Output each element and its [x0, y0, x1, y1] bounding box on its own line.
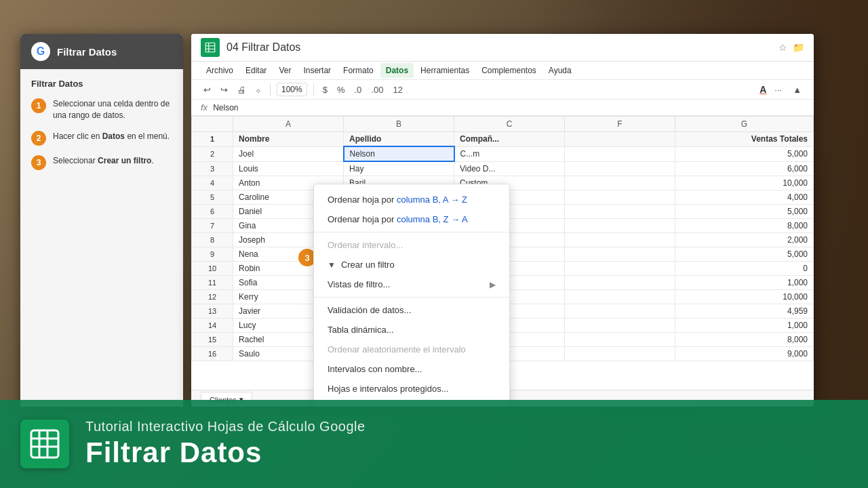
row-num-2: 2: [192, 146, 233, 161]
spreadsheet-title: 04 Filtrar Datos: [226, 41, 772, 54]
cell-joel[interactable]: Joel: [233, 146, 344, 161]
sort-za-label: Ordenar hoja por columna B, Z → A: [328, 214, 468, 224]
decimal-increase-button[interactable]: .00: [368, 83, 386, 96]
ordenar-aleatoriamente-label: Ordenar aleatoriamente el intervalo: [328, 344, 466, 354]
spreadsheet-titlebar: 04 Filtrar Datos ☆ 📁: [191, 34, 814, 62]
spreadsheet-wrapper: 04 Filtrar Datos ☆ 📁 Archivo Editar Ver …: [191, 34, 814, 407]
filter-icon: ▼: [328, 260, 336, 270]
sidebar-header: G Filtrar Datos: [20, 34, 183, 69]
tabla-dinamica-item[interactable]: Tabla dinámica...: [314, 320, 509, 340]
menu-ayuda[interactable]: Ayuda: [543, 63, 577, 78]
step-2-text: Hacer clic en Datos en el menú.: [53, 131, 170, 142]
sort-za-item[interactable]: Ordenar hoja por columna B, Z → A: [314, 209, 509, 229]
menu-herramientas[interactable]: Herramientas: [415, 63, 475, 78]
hojas-protegidos-item[interactable]: Hojas e intervalos protegidos...: [314, 379, 509, 399]
header-compania: Compañ...: [454, 132, 565, 147]
menu-formato[interactable]: Formato: [338, 63, 379, 78]
crear-filtro-item[interactable]: ▼ Crear un filtro: [314, 255, 509, 274]
menu-complementos[interactable]: Complementos: [476, 63, 542, 78]
bottom-sheets-logo: [20, 420, 69, 468]
main-container: G Filtrar Datos Filtrar Datos 1 Seleccio…: [20, 34, 814, 407]
menu-datos[interactable]: Datos: [380, 63, 414, 78]
bottom-subtitle: Tutorial Interactivo Hojas de Cálculo Go…: [85, 419, 366, 434]
step-1-number: 1: [31, 98, 46, 113]
sort-az-label: Ordenar hoja por columna B, A → Z: [328, 195, 467, 205]
step-1: 1 Seleccionar una celda dentro de una ra…: [31, 98, 172, 121]
col-header-c[interactable]: C: [454, 117, 565, 132]
collapse-button[interactable]: ▲: [790, 83, 804, 96]
col-header-f[interactable]: F: [564, 117, 675, 132]
intervalos-nombre-label: Intervalos con nombre...: [328, 364, 422, 374]
zoom-selector[interactable]: 100%: [277, 83, 307, 96]
formula-value[interactable]: Nelson: [213, 103, 238, 113]
cell-nelson[interactable]: Nelson: [344, 146, 454, 161]
vistas-filtro-label: Vistas de filtro...: [328, 279, 390, 289]
undo-button[interactable]: ↩: [201, 83, 214, 96]
menu-archivo[interactable]: Archivo: [201, 63, 239, 78]
table-row: 2 Joel Nelson C...m 5,000: [192, 146, 814, 161]
cell-c2[interactable]: C...m: [454, 146, 565, 161]
step-3-number: 3: [31, 155, 46, 170]
grid-container: A B C F G 1 Nombre Apellido Compañ... V: [191, 116, 814, 407]
folder-icon[interactable]: 📁: [793, 42, 804, 53]
formula-bar: fx Nelson: [191, 100, 814, 116]
table-row: 3 Louis Hay Video D... 6,000: [192, 161, 814, 176]
more-options-button[interactable]: ···: [772, 83, 785, 96]
intervalos-nombre-item[interactable]: Intervalos con nombre...: [314, 359, 509, 379]
step-1-text: Seleccionar una celda dentro de una rang…: [53, 98, 172, 121]
header-ventas: Ventas Totales: [675, 132, 813, 147]
col-header-g[interactable]: G: [675, 117, 813, 132]
tabla-dinamica-label: Tabla dinámica...: [328, 325, 394, 335]
validacion-datos-item[interactable]: Validación de datos...: [314, 300, 509, 320]
sheets-icon: [201, 38, 220, 57]
menu-bar: Archivo Editar Ver Insertar Formato Dato…: [191, 62, 814, 80]
format-12-button[interactable]: 12: [390, 83, 405, 96]
menu-insertar[interactable]: Insertar: [298, 63, 336, 78]
separator-1: [270, 83, 271, 96]
vistas-filtro-item[interactable]: Vistas de filtro... ▶: [314, 274, 509, 294]
context-menu: Ordenar hoja por columna B, A → Z Ordena…: [313, 184, 510, 407]
col-header-b[interactable]: B: [344, 117, 454, 132]
step-3-text: Seleccionar Crear un filtro.: [53, 155, 154, 167]
row-num-1: 1: [192, 132, 233, 147]
sidebar-header-title: Filtrar Datos: [57, 46, 117, 58]
ordenar-aleatoriamente-item: Ordenar aleatoriamente el intervalo: [314, 340, 509, 359]
corner-header: [192, 117, 233, 132]
col-header-a[interactable]: A: [233, 117, 344, 132]
sidebar-panel: G Filtrar Datos Filtrar Datos 1 Seleccio…: [20, 34, 183, 407]
menu-editar[interactable]: Editar: [240, 63, 272, 78]
menu-ver[interactable]: Ver: [273, 63, 296, 78]
currency-button[interactable]: $: [320, 83, 330, 96]
print-button[interactable]: 🖨: [235, 83, 249, 96]
bottom-text-block: Tutorial Interactivo Hojas de Cálculo Go…: [85, 419, 366, 468]
header-apellido: Apellido: [344, 132, 454, 147]
menu-section-2: Validación de datos... Tabla dinámica...…: [314, 298, 509, 402]
redo-button[interactable]: ↪: [218, 83, 231, 96]
cell-ventas-2[interactable]: 5,000: [675, 146, 813, 161]
decimal-decrease-button[interactable]: .0: [352, 83, 365, 96]
data-header-row: 1 Nombre Apellido Compañ... Ventas Total…: [192, 132, 814, 147]
font-color-button[interactable]: A: [760, 84, 766, 95]
star-icon[interactable]: ☆: [778, 42, 787, 53]
ordenar-intervalo-item: Ordenar intervalo...: [314, 235, 509, 255]
header-empty: [564, 132, 675, 147]
title-icons: ☆ 📁: [778, 42, 804, 53]
sort-section: Ordenar hoja por columna B, A → Z Ordena…: [314, 187, 509, 232]
percent-button[interactable]: %: [334, 83, 348, 96]
fx-label: fx: [201, 102, 208, 113]
crear-filtro-content: ▼ Crear un filtro: [328, 260, 395, 270]
sort-az-item[interactable]: Ordenar hoja por columna B, A → Z: [314, 190, 509, 209]
toolbar: ↩ ↪ 🖨 ⬦ 100% $ % .0 .00 12 A ··· ▲: [191, 80, 814, 100]
step-2: 2 Hacer clic en Datos en el menú.: [31, 131, 172, 146]
header-nombre: Nombre: [233, 132, 344, 147]
menu-section-1: Ordenar intervalo... ▼ Crear un filtro V…: [314, 232, 509, 298]
column-headers: A B C F G: [192, 117, 814, 132]
vistas-filtro-arrow: ▶: [490, 280, 496, 289]
step-2-number: 2: [31, 131, 46, 146]
paint-format-button[interactable]: ⬦: [253, 83, 264, 96]
crear-filtro-label: Crear un filtro: [341, 260, 395, 270]
bottom-main-title: Filtrar Datos: [85, 437, 366, 468]
bottom-overlay: Tutorial Interactivo Hojas de Cálculo Go…: [0, 400, 868, 488]
cell-f2: [564, 146, 675, 161]
sidebar-content-title: Filtrar Datos: [31, 79, 172, 89]
